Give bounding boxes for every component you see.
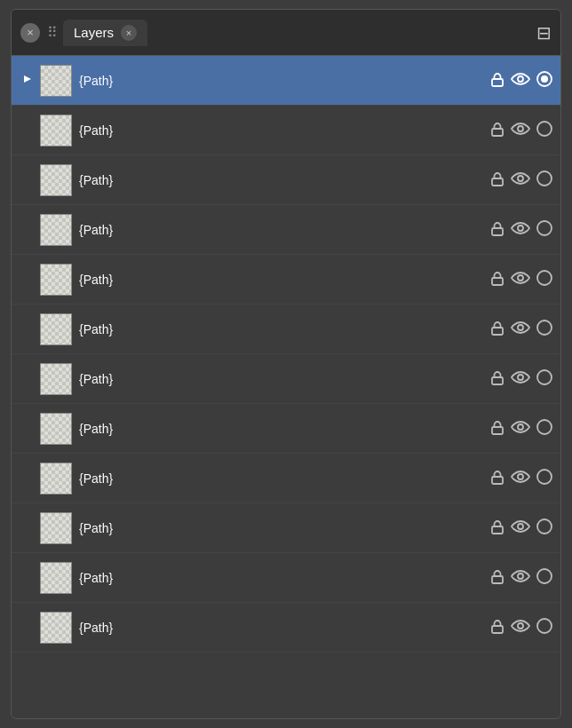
layer-thumbnail bbox=[40, 164, 72, 196]
visibility-button[interactable] bbox=[511, 222, 530, 238]
title-bar-left: × ⠿ Layers × bbox=[20, 20, 147, 46]
lock-button[interactable] bbox=[489, 170, 505, 190]
svg-point-27 bbox=[518, 474, 523, 479]
visibility-button[interactable] bbox=[511, 73, 530, 89]
visibility-button[interactable] bbox=[511, 421, 530, 437]
target-button[interactable] bbox=[536, 468, 553, 489]
layer-thumbnail bbox=[40, 463, 72, 495]
layer-actions bbox=[489, 567, 553, 589]
layer-actions bbox=[489, 170, 553, 191]
layer-row[interactable]: {Path} bbox=[12, 503, 560, 553]
svg-point-16 bbox=[537, 271, 552, 285]
layer-row[interactable]: {Path} bbox=[12, 553, 560, 603]
target-button[interactable] bbox=[536, 170, 553, 191]
layer-thumbnail bbox=[40, 65, 72, 97]
layer-row[interactable]: {Path} bbox=[12, 354, 560, 404]
layer-row[interactable]: {Path} bbox=[12, 155, 560, 205]
layer-row[interactable]: {Path} bbox=[12, 305, 560, 354]
layer-thumbnail bbox=[40, 115, 72, 146]
layer-row[interactable]: {Path} bbox=[12, 603, 560, 653]
tab-close-button[interactable]: × bbox=[121, 25, 137, 41]
target-button[interactable] bbox=[536, 319, 553, 340]
panel-close-button[interactable]: × bbox=[20, 23, 40, 43]
layer-name: {Path} bbox=[79, 621, 489, 635]
lock-button[interactable] bbox=[489, 71, 505, 91]
layer-row[interactable]: {Path} bbox=[12, 404, 560, 454]
visibility-button[interactable] bbox=[511, 471, 530, 487]
visibility-button[interactable] bbox=[511, 620, 530, 636]
lock-button[interactable] bbox=[489, 618, 505, 637]
target-button[interactable] bbox=[536, 70, 553, 91]
lock-button[interactable] bbox=[489, 320, 505, 339]
svg-rect-32 bbox=[492, 576, 503, 583]
layer-row[interactable]: {Path} bbox=[12, 205, 560, 255]
visibility-button[interactable] bbox=[511, 570, 530, 586]
visibility-button[interactable] bbox=[511, 123, 530, 138]
target-button[interactable] bbox=[536, 269, 553, 290]
lock-button[interactable] bbox=[489, 419, 505, 439]
svg-point-36 bbox=[518, 623, 523, 629]
panel-menu-button[interactable]: ⊟ bbox=[536, 22, 552, 44]
layer-row[interactable]: {Path} bbox=[12, 56, 560, 106]
visibility-button[interactable] bbox=[511, 272, 530, 288]
lock-button[interactable] bbox=[489, 568, 505, 588]
svg-point-30 bbox=[518, 524, 523, 529]
layer-actions bbox=[489, 120, 553, 141]
layer-name: {Path} bbox=[79, 322, 489, 336]
svg-rect-20 bbox=[492, 377, 503, 384]
tab-layers[interactable]: Layers × bbox=[63, 20, 147, 46]
svg-marker-0 bbox=[24, 75, 31, 83]
svg-rect-8 bbox=[492, 178, 503, 186]
lock-button[interactable] bbox=[489, 270, 505, 289]
title-bar: × ⠿ Layers × ⊟ bbox=[12, 10, 560, 56]
visibility-button[interactable] bbox=[511, 172, 530, 188]
layer-row[interactable]: {Path} bbox=[12, 454, 560, 503]
lock-button[interactable] bbox=[489, 121, 505, 140]
lock-button[interactable] bbox=[489, 518, 505, 538]
layer-actions bbox=[489, 219, 553, 241]
visibility-button[interactable] bbox=[511, 371, 530, 387]
layer-actions bbox=[489, 518, 553, 539]
layer-name: {Path} bbox=[79, 123, 489, 138]
svg-rect-14 bbox=[492, 278, 503, 285]
svg-rect-35 bbox=[492, 626, 503, 633]
svg-rect-26 bbox=[492, 477, 503, 484]
svg-point-22 bbox=[537, 370, 552, 384]
layer-actions bbox=[489, 70, 553, 91]
svg-point-18 bbox=[518, 325, 523, 330]
layer-row[interactable]: {Path} bbox=[12, 106, 560, 155]
svg-rect-23 bbox=[492, 427, 503, 434]
expand-arrow-icon[interactable] bbox=[22, 74, 40, 87]
svg-point-7 bbox=[537, 122, 552, 136]
target-button[interactable] bbox=[536, 567, 553, 589]
svg-point-2 bbox=[518, 76, 523, 82]
layer-actions bbox=[489, 269, 553, 290]
target-button[interactable] bbox=[536, 418, 553, 439]
target-button[interactable] bbox=[536, 219, 553, 241]
grip-icon: ⠿ bbox=[47, 24, 56, 41]
target-button[interactable] bbox=[536, 518, 553, 539]
layer-thumbnail bbox=[40, 562, 72, 594]
target-button[interactable] bbox=[536, 617, 553, 638]
visibility-button[interactable] bbox=[511, 321, 530, 337]
layer-actions bbox=[489, 468, 553, 489]
layer-name: {Path} bbox=[79, 422, 489, 436]
svg-point-13 bbox=[537, 221, 552, 235]
target-button[interactable] bbox=[536, 120, 553, 141]
layer-name: {Path} bbox=[79, 521, 489, 535]
target-button[interactable] bbox=[536, 368, 553, 390]
layer-name: {Path} bbox=[79, 372, 489, 386]
svg-rect-11 bbox=[492, 228, 503, 235]
lock-button[interactable] bbox=[489, 469, 505, 488]
svg-point-28 bbox=[537, 470, 552, 484]
layers-list[interactable]: {Path} {Path} {Path} {Path} {Path} bbox=[12, 56, 560, 718]
svg-rect-1 bbox=[492, 79, 503, 86]
layer-row[interactable]: {Path} bbox=[12, 255, 560, 305]
visibility-button[interactable] bbox=[511, 520, 530, 536]
svg-point-10 bbox=[537, 171, 552, 186]
lock-button[interactable] bbox=[489, 369, 505, 389]
layer-name: {Path} bbox=[79, 571, 489, 585]
lock-button[interactable] bbox=[489, 220, 505, 240]
svg-point-24 bbox=[518, 424, 523, 430]
layer-thumbnail bbox=[40, 214, 72, 246]
